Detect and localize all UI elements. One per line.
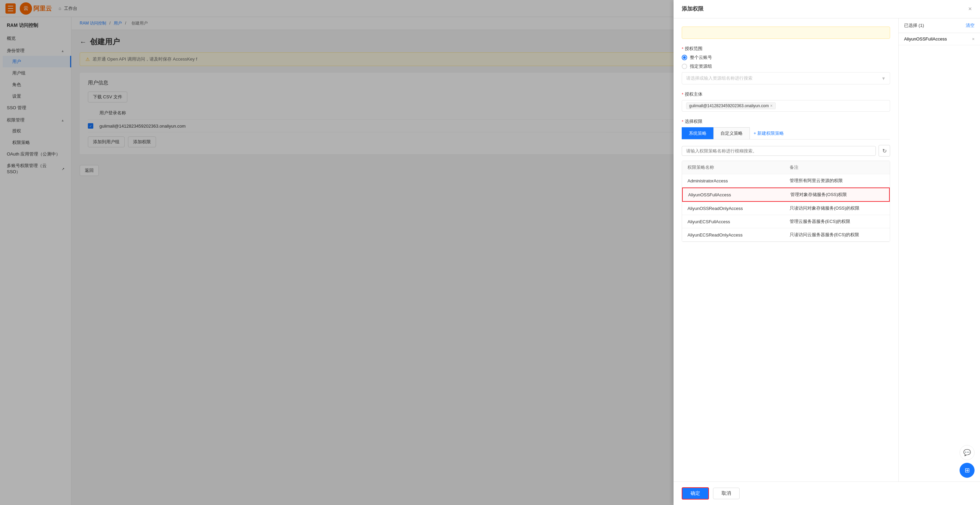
policy-tabs: 系统策略 自定义策略 + 新建权限策略: [682, 127, 890, 140]
principal-input[interactable]: gulimall@1412823459202363.onaliyun.com ×: [682, 100, 890, 112]
selected-panel-header: 已选择 (1) 清空: [899, 18, 980, 33]
radio-whole-account-circle: [682, 55, 687, 60]
dialog-overlay: 添加权限 × * 授权范围 整个云账号: [0, 0, 980, 505]
policy-row-0[interactable]: AdministratorAccess 管理所有阿里云资源的权限: [682, 174, 890, 187]
cancel-button[interactable]: 取消: [713, 488, 740, 499]
policy-search-row: ↻: [682, 145, 890, 157]
required-star-3: *: [682, 119, 683, 124]
policy-note-1: 管理对象存储服务(OSS)权限: [790, 192, 884, 198]
select-permission-label: * 选择权限: [682, 118, 890, 125]
policy-note-2: 只读访问对象存储服务(OSS)的权限: [790, 205, 884, 211]
dropdown-arrow-icon: ▼: [881, 76, 886, 81]
policy-note-3: 管理云服务器服务(ECS)的权限: [790, 219, 884, 225]
dialog-close-button[interactable]: ×: [968, 5, 972, 13]
required-star-1: *: [682, 46, 683, 51]
dialog-left: * 授权范围 整个云账号 指定资源组 请选择: [673, 18, 898, 481]
radio-resource-group[interactable]: 指定资源组: [682, 63, 890, 70]
radio-whole-account-label: 整个云账号: [690, 54, 712, 60]
dialog-right-panel: 已选择 (1) 清空 AliyunOSSFullAccess ×: [898, 18, 980, 481]
tab-custom-policy[interactable]: 自定义策略: [713, 127, 750, 139]
dialog-footer: 确定 取消: [673, 481, 980, 505]
policy-name-4: AliyunECSReadOnlyAccess: [687, 232, 790, 238]
policy-row-1[interactable]: AliyunOSSFullAccess 管理对象存储服务(OSS)权限: [682, 187, 890, 202]
auth-scope-label: * 授权范围: [682, 46, 890, 52]
tab-system-policy[interactable]: 系统策略: [682, 127, 714, 139]
resource-group-placeholder: 请选择或输入资源组名称进行搜索: [686, 75, 752, 81]
dialog-main-area: * 授权范围 整个云账号 指定资源组 请选择: [673, 18, 980, 481]
policy-note-0: 管理所有阿里云资源的权限: [790, 178, 884, 184]
float-icons: 💬 ⊞: [959, 445, 975, 478]
selected-item-remove-0[interactable]: ×: [972, 37, 975, 41]
select-permission-section: * 选择权限 系统策略 自定义策略 + 新建权限策略 ↻ 权限策略名: [682, 118, 890, 242]
grid-float-icon[interactable]: ⊞: [959, 463, 975, 478]
principal-tag: gulimall@1412823459202363.onaliyun.com ×: [686, 102, 776, 109]
policy-search-input[interactable]: [682, 146, 876, 156]
principal-tag-text: gulimall@1412823459202363.onaliyun.com: [689, 103, 769, 108]
dialog-notice: [682, 27, 890, 39]
tab-new-policy-button[interactable]: + 新建权限策略: [749, 127, 788, 139]
policy-name-3: AliyunECSFullAccess: [687, 219, 790, 224]
auth-scope-section: * 授权范围 整个云账号 指定资源组 请选择: [682, 46, 890, 84]
policy-note-4: 只读访问云服务器服务(ECS)的权限: [790, 232, 884, 238]
principal-section: * 授权主体 gulimall@1412823459202363.onaliyu…: [682, 91, 890, 112]
radio-resource-group-label: 指定资源组: [690, 63, 712, 70]
refresh-button[interactable]: ↻: [878, 145, 890, 157]
radio-whole-account[interactable]: 整个云账号: [682, 54, 890, 60]
policy-row-2[interactable]: AliyunOSSReadOnlyAccess 只读访问对象存储服务(OSS)的…: [682, 202, 890, 215]
chat-float-icon[interactable]: 💬: [959, 445, 975, 460]
dialog-panel: 添加权限 × * 授权范围 整个云账号: [673, 0, 980, 505]
selected-item-name-0: AliyunOSSFullAccess: [904, 37, 947, 41]
confirm-button[interactable]: 确定: [682, 487, 709, 500]
policy-row-4[interactable]: AliyunECSReadOnlyAccess 只读访问云服务器服务(ECS)的…: [682, 228, 890, 241]
policy-row-3[interactable]: AliyunECSFullAccess 管理云服务器服务(ECS)的权限: [682, 215, 890, 228]
policy-name-0: AdministratorAccess: [687, 178, 790, 183]
resource-group-dropdown[interactable]: 请选择或输入资源组名称进行搜索 ▼: [682, 72, 890, 84]
radio-resource-group-circle: [682, 64, 687, 69]
policy-table-header: 权限策略名称 备注: [682, 161, 890, 174]
radio-group-scope: 整个云账号 指定资源组: [682, 54, 890, 70]
dialog-title: 添加权限: [682, 5, 703, 13]
policy-table: 权限策略名称 备注 AdministratorAccess 管理所有阿里云资源的…: [682, 160, 890, 242]
policy-name-2: AliyunOSSReadOnlyAccess: [687, 206, 790, 211]
selected-item-0: AliyunOSSFullAccess ×: [899, 33, 980, 45]
policy-name-1: AliyunOSSFullAccess: [688, 192, 790, 197]
col-policy-note: 备注: [790, 164, 884, 170]
principal-label: * 授权主体: [682, 91, 890, 97]
col-policy-name: 权限策略名称: [687, 164, 790, 170]
selected-clear-button[interactable]: 清空: [966, 22, 975, 29]
selected-count: 已选择 (1): [904, 22, 924, 29]
required-star-2: *: [682, 92, 683, 97]
principal-tag-remove[interactable]: ×: [770, 103, 773, 108]
dialog-header: 添加权限 ×: [673, 0, 980, 18]
